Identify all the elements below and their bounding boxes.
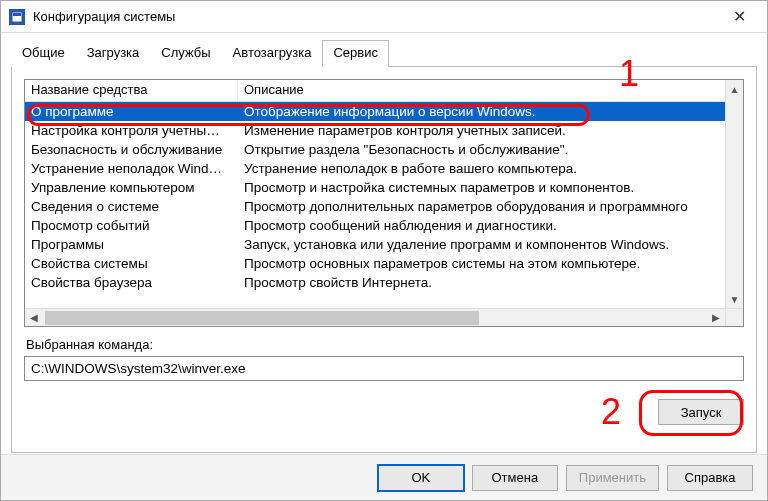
tab-1[interactable]: Загрузка bbox=[76, 40, 151, 67]
tab-0[interactable]: Общие bbox=[11, 40, 76, 67]
list-header: Название средства Описание bbox=[25, 80, 743, 102]
ok-button[interactable]: OK bbox=[378, 465, 464, 491]
tab-3[interactable]: Автозагрузка bbox=[222, 40, 323, 67]
cell-desc: Отображение информации о версии Windows. bbox=[238, 102, 743, 121]
scroll-right-icon[interactable]: ▶ bbox=[707, 312, 725, 323]
tab-strip: ОбщиеЗагрузкаСлужбыАвтозагрузкаСервис bbox=[11, 39, 757, 67]
cell-desc: Просмотр и настройка системных параметро… bbox=[238, 178, 743, 197]
cell-desc: Открытие раздела "Безопасность и обслужи… bbox=[238, 140, 743, 159]
cell-name: Устранение неполадок Wind… bbox=[25, 159, 238, 178]
cell-desc: Просмотр свойств Интернета. bbox=[238, 273, 743, 292]
table-row[interactable]: Настройка контроля учетны…Изменение пара… bbox=[25, 121, 743, 140]
tab-service-panel: Название средства Описание О программеОт… bbox=[11, 67, 757, 453]
cell-desc: Устранение неполадок в работе вашего ком… bbox=[238, 159, 743, 178]
table-row[interactable]: Сведения о системеПросмотр дополнительны… bbox=[25, 197, 743, 216]
selected-command-label: Выбранная команда: bbox=[26, 337, 744, 352]
cell-desc: Изменение параметров контроля учетных за… bbox=[238, 121, 743, 140]
app-icon bbox=[9, 9, 25, 25]
scroll-left-icon[interactable]: ◀ bbox=[25, 312, 43, 323]
selected-command-field[interactable] bbox=[24, 356, 744, 381]
table-row[interactable]: Свойства браузераПросмотр свойств Интерн… bbox=[25, 273, 743, 292]
cell-name: Безопасность и обслуживание bbox=[25, 140, 238, 159]
cell-name: Просмотр событий bbox=[25, 216, 238, 235]
scroll-corner bbox=[725, 308, 743, 326]
titlebar: Конфигурация системы ✕ bbox=[1, 1, 767, 33]
list-body: О программеОтображение информации о верс… bbox=[25, 102, 743, 302]
table-row[interactable]: ПрограммыЗапуск, установка или удаление … bbox=[25, 235, 743, 254]
scroll-up-icon[interactable]: ▲ bbox=[726, 80, 743, 98]
window-title: Конфигурация системы bbox=[33, 9, 719, 24]
cell-name: Свойства системы bbox=[25, 254, 238, 273]
horizontal-scrollbar[interactable]: ◀ ▶ bbox=[25, 308, 725, 326]
hscroll-thumb[interactable] bbox=[45, 311, 479, 325]
cell-name: Сведения о системе bbox=[25, 197, 238, 216]
cell-name: Свойства браузера bbox=[25, 273, 238, 292]
cell-name: Настройка контроля учетны… bbox=[25, 121, 238, 140]
cell-name: О программе bbox=[25, 102, 238, 121]
cell-desc: Просмотр основных параметров системы на … bbox=[238, 254, 743, 273]
scroll-down-icon[interactable]: ▼ bbox=[726, 290, 743, 308]
msconfig-window: Конфигурация системы ✕ ОбщиеЗагрузкаСлуж… bbox=[0, 0, 768, 501]
vertical-scrollbar[interactable]: ▲ ▼ bbox=[725, 80, 743, 308]
table-row[interactable]: Управление компьютеромПросмотр и настрой… bbox=[25, 178, 743, 197]
cell-desc: Просмотр сообщений наблюдения и диагност… bbox=[238, 216, 743, 235]
header-desc[interactable]: Описание bbox=[238, 80, 743, 101]
header-name[interactable]: Название средства bbox=[25, 80, 238, 101]
tab-2[interactable]: Службы bbox=[150, 40, 221, 67]
cell-desc: Просмотр дополнительных параметров обору… bbox=[238, 197, 743, 216]
table-row[interactable]: Просмотр событийПросмотр сообщений наблю… bbox=[25, 216, 743, 235]
apply-button[interactable]: Применить bbox=[566, 465, 659, 491]
table-row[interactable]: О программеОтображение информации о верс… bbox=[25, 102, 743, 121]
tab-4[interactable]: Сервис bbox=[322, 40, 389, 67]
cancel-button[interactable]: Отмена bbox=[472, 465, 558, 491]
table-row[interactable]: Безопасность и обслуживаниеОткрытие разд… bbox=[25, 140, 743, 159]
dialog-buttons: OK Отмена Применить Справка bbox=[1, 454, 767, 500]
svg-rect-1 bbox=[13, 13, 21, 16]
cell-desc: Запуск, установка или удаление программ … bbox=[238, 235, 743, 254]
content-area: ОбщиеЗагрузкаСлужбыАвтозагрузкаСервис На… bbox=[1, 33, 767, 454]
cell-name: Программы bbox=[25, 235, 238, 254]
cell-name: Управление компьютером bbox=[25, 178, 238, 197]
table-row[interactable]: Свойства системыПросмотр основных параме… bbox=[25, 254, 743, 273]
table-row[interactable]: Устранение неполадок Wind…Устранение неп… bbox=[25, 159, 743, 178]
close-icon[interactable]: ✕ bbox=[719, 1, 759, 32]
launch-button[interactable]: Запуск bbox=[658, 399, 744, 425]
help-button[interactable]: Справка bbox=[667, 465, 753, 491]
tools-listbox[interactable]: Название средства Описание О программеОт… bbox=[24, 79, 744, 327]
